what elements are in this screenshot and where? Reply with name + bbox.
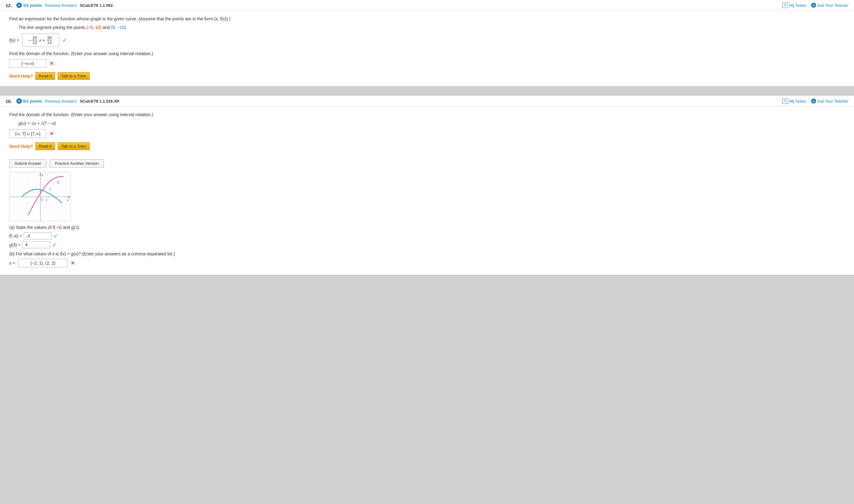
practice-version-btn-16[interactable]: Practice Another Version <box>50 159 104 167</box>
need-help-16: Need Help? Read It Talk to a Tutor <box>9 142 845 150</box>
main-question-16: Find the domain of the function. (Enter … <box>9 112 845 117</box>
question-16-body: Find the domain of the function. (Enter … <box>0 107 854 156</box>
ask-teacher-link-12[interactable]: + Ask Your Teacher <box>811 3 849 8</box>
f-eval-input-16[interactable] <box>24 232 52 239</box>
incorrect-cross-16: ✕ <box>49 130 54 137</box>
submit-answer-btn-16[interactable]: Submit Answer <box>9 159 47 167</box>
part-a-label-16: (a) State the values of f(−4) and g(3). <box>9 225 845 230</box>
read-it-btn-12[interactable]: Read It <box>35 72 55 80</box>
answer-label-12: f(x) = <box>9 38 19 43</box>
question-12: 12. + 1/2 points Previous Answers SCalcE… <box>0 0 854 86</box>
separator-1 <box>0 91 854 96</box>
points-text-12: 1/2 points <box>23 3 42 8</box>
prev-answers-link-16[interactable]: Previous Answers <box>45 99 77 104</box>
g-eval-label-16: g(3) = <box>9 242 21 247</box>
source-text-12: SCalcET8 1.1.052. <box>80 3 114 8</box>
question-16-header: 16. + 0/1 points Previous Answers SCalcE… <box>0 96 854 107</box>
my-notes-link-16[interactable]: ✎ My Notes <box>783 98 806 104</box>
question-12-body: Find an expression for the function whos… <box>0 11 854 86</box>
question-12-header: 12. + 1/2 points Previous Answers SCalcE… <box>0 0 854 11</box>
x-answer-box-16: (−2, 1), (2, 2) <box>18 259 68 267</box>
svg-text:g: g <box>57 180 59 184</box>
domain-question-12: Find the domain of the function. (Enter … <box>9 51 845 56</box>
plus-circle-icon-16: + <box>16 98 22 104</box>
g-eval-row-16: g(3) = ✓ <box>9 241 845 248</box>
source-text-16: SCalcET8 1.1.516.XP. <box>80 99 120 104</box>
part-b-label-16: (b) For what values of x is f(x) = g(x)?… <box>9 251 845 256</box>
f-correct-check-16: ✓ <box>53 233 58 239</box>
need-help-label-12: Need Help? <box>9 74 33 78</box>
talk-tutor-btn-16[interactable]: Talk to a Tutor <box>58 142 90 150</box>
answer-row-16: (∞, 7] ∪ [7,∞) ✕ <box>9 129 845 138</box>
answer-row-12: f(x) = − 20 13 x + 30 13 ✓ <box>9 34 845 47</box>
action-row-16: Submit Answer Practice Another Version <box>0 156 854 172</box>
points-text-16: 0/1 points <box>23 99 42 104</box>
svg-text:0: 0 <box>41 198 43 201</box>
domain-answer-row-12: (−∞,∞) ✕ <box>9 59 845 68</box>
notes-icon-12: ✎ <box>783 2 788 8</box>
ask-teacher-link-16[interactable]: + Ask Your Teacher <box>811 98 849 104</box>
g-correct-check-16: ✓ <box>52 241 57 248</box>
graph-section-16: y x 0 2 2 f g (a) State the values of f(… <box>0 172 854 275</box>
correct-check-12: ✓ <box>62 37 67 44</box>
question-12-number: 12. <box>5 3 12 8</box>
main-question-12: Find an expression for the function whos… <box>9 16 845 21</box>
question-16: 16. + 0/1 points Previous Answers SCalcE… <box>0 96 854 275</box>
ask-teacher-icon-16: + <box>811 98 816 104</box>
notes-icon-16: ✎ <box>783 98 788 104</box>
svg-text:2: 2 <box>46 198 48 201</box>
header-right-12: ✎ My Notes + Ask Your Teacher <box>783 2 849 8</box>
ask-teacher-icon-12: + <box>811 3 816 8</box>
f-eval-row-16: f(−4) = ✓ <box>9 232 845 239</box>
question-16-number: 16. <box>5 98 12 104</box>
f-eval-label-16: f(−4) = <box>9 234 22 238</box>
points-badge-16: + 0/1 points <box>16 98 42 104</box>
need-help-12: Need Help? Read It Talk to a Tutor <box>9 72 845 80</box>
points-badge-12: + 1/2 points <box>16 2 42 8</box>
talk-tutor-btn-12[interactable]: Talk to a Tutor <box>58 72 90 80</box>
answer-box-16: (∞, 7] ∪ [7,∞) <box>9 129 46 138</box>
my-notes-link-12[interactable]: ✎ My Notes <box>783 2 806 8</box>
function-def-16: g(u) = √u + √(7 − u) <box>18 121 845 126</box>
graph-svg-16: y x 0 2 2 f g <box>9 172 71 221</box>
x-answer-row-16: x = (−2, 1), (2, 2) ✕ <box>9 259 845 267</box>
answer-box-12: − 20 13 x + 30 13 <box>22 34 59 47</box>
x-incorrect-cross-16: ✕ <box>71 260 75 267</box>
incorrect-cross-12: ✕ <box>49 60 54 67</box>
g-eval-input-16[interactable] <box>22 241 50 248</box>
read-it-btn-16[interactable]: Read It <box>35 142 55 150</box>
header-right-16: ✎ My Notes + Ask Your Teacher <box>783 98 849 104</box>
prev-answers-link-12[interactable]: Previous Answers <box>45 3 77 8</box>
plus-circle-icon: + <box>16 2 22 8</box>
need-help-label-16: Need Help? <box>9 144 33 149</box>
x-label-16: x = <box>9 260 15 266</box>
sub-question-12: The line segment joining the points (−5,… <box>18 25 845 30</box>
svg-text:x: x <box>67 198 69 202</box>
domain-answer-box-12: (−∞,∞) <box>9 59 46 68</box>
